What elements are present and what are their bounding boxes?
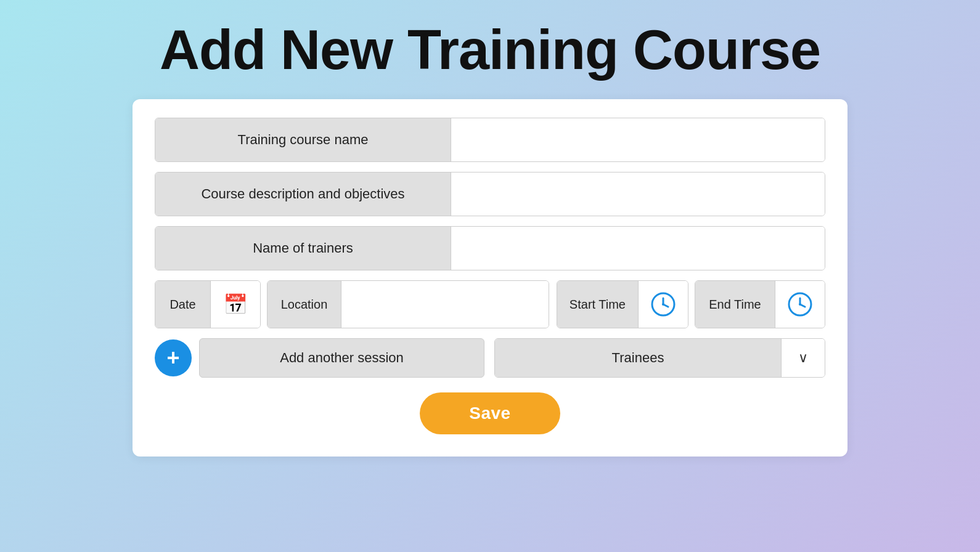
description-input[interactable]	[451, 172, 825, 216]
description-row: Course description and objectives	[155, 172, 825, 216]
svg-point-7	[799, 303, 801, 306]
course-name-row: Training course name	[155, 118, 825, 162]
add-session-section: + Add another session	[155, 338, 484, 378]
trainees-label: Trainees	[495, 339, 782, 377]
location-group: Location	[267, 280, 549, 328]
end-time-label: End Time	[695, 281, 775, 328]
start-time-group: Start Time	[557, 280, 688, 328]
trainers-row: Name of trainers	[155, 226, 825, 270]
end-clock-icon	[788, 292, 812, 317]
form-card: Training course name Course description …	[133, 99, 847, 457]
bottom-row: + Add another session Trainees ∨	[155, 338, 825, 378]
plus-icon: +	[166, 345, 179, 371]
svg-point-3	[662, 303, 664, 306]
page-title: Add New Training Course	[160, 18, 820, 82]
add-session-plus-button[interactable]: +	[155, 339, 192, 376]
trainers-label: Name of trainers	[155, 227, 451, 270]
course-name-label: Training course name	[155, 118, 451, 161]
time-group-section: Start Time End Time	[557, 280, 825, 328]
chevron-down-icon: ∨	[798, 350, 808, 366]
course-name-input[interactable]	[451, 118, 825, 161]
location-input[interactable]	[341, 281, 549, 328]
add-session-button[interactable]: Add another session	[199, 338, 484, 378]
date-group: Date 📅	[155, 280, 261, 328]
session-row: Date 📅 Location Start Time	[155, 280, 825, 328]
save-button[interactable]: Save	[420, 392, 560, 434]
trainees-dropdown-button[interactable]: ∨	[782, 339, 825, 377]
date-label: Date	[155, 281, 211, 328]
trainees-group: Trainees ∨	[494, 338, 825, 378]
start-time-label: Start Time	[557, 281, 639, 328]
trainers-input[interactable]	[451, 227, 825, 270]
description-label: Course description and objectives	[155, 172, 451, 216]
calendar-icon: 📅	[223, 293, 248, 316]
calendar-icon-cell[interactable]: 📅	[211, 281, 260, 328]
start-clock-icon	[651, 292, 676, 317]
start-time-icon-cell[interactable]	[639, 281, 688, 328]
save-button-row: Save	[155, 392, 825, 434]
end-time-icon-cell[interactable]	[775, 281, 825, 328]
end-time-group: End Time	[695, 280, 825, 328]
location-label: Location	[267, 281, 341, 328]
date-location-group: Date 📅 Location	[155, 280, 549, 328]
